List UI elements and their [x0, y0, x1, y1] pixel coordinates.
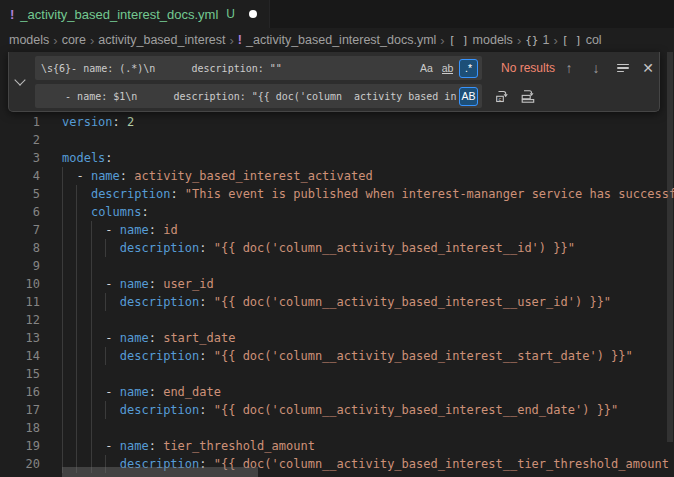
indent-guide — [62, 383, 63, 401]
indent-guide — [76, 401, 77, 419]
tab-active-yaml-file[interactable]: ! _activity_based_interest_docs.yml U — [0, 0, 270, 28]
code-line[interactable]: 19 - name: tier_threshold_amount — [0, 437, 674, 455]
tab-bar: ! _activity_based_interest_docs.yml U — [0, 0, 674, 28]
code-text: version: 2 — [62, 113, 134, 131]
next-match-button[interactable]: ↓ — [585, 57, 607, 79]
close-find-button[interactable]: ✕ — [637, 57, 659, 79]
code-line[interactable]: 10 - name: user_id — [0, 275, 674, 293]
indent-guide — [76, 329, 77, 347]
indent-guide — [91, 383, 92, 401]
find-in-selection-button[interactable] — [612, 57, 634, 79]
indent-guide — [91, 293, 92, 311]
code-line[interactable]: 5 description: "This event is published … — [0, 185, 674, 203]
code-text: - name: end_date — [62, 383, 221, 401]
code-line[interactable]: 13 - name: start_date — [0, 329, 674, 347]
find-replace-widget: \s{6}- name: (.*)\n description: "" Aa a… — [8, 52, 660, 112]
code-line[interactable]: 17 description: "{{ doc('column__activit… — [0, 401, 674, 419]
line-number: 13 — [0, 329, 40, 347]
line-number: 1 — [0, 113, 40, 131]
indent-guide — [62, 329, 63, 347]
match-case-toggle[interactable]: Aa — [417, 59, 436, 78]
find-input[interactable]: \s{6}- name: (.*)\n description: "" Aa a… — [35, 56, 482, 80]
line-number: 14 — [0, 347, 40, 365]
find-results-count: No results — [501, 56, 555, 80]
code-line[interactable]: 14 description: "{{ doc('column__activit… — [0, 347, 674, 365]
code-text: description: "{{ doc('column__activity_b… — [62, 347, 633, 365]
breadcrumb-item--activity-based-interest-docs-yml[interactable]: !_activity_based_interest_docs.yml — [238, 33, 437, 47]
code-line[interactable]: 15 — [0, 365, 674, 383]
indent-guide — [91, 365, 92, 383]
previous-match-button[interactable]: ↑ — [558, 57, 580, 79]
breadcrumb-item-core[interactable]: core — [62, 33, 86, 47]
replace-all-button[interactable] — [517, 85, 539, 107]
replace-input[interactable]: - name: $1\n description: "{{ doc('colum… — [35, 84, 482, 108]
code-text: description: "{{ doc('column__activity_b… — [62, 401, 618, 419]
find-row: \s{6}- name: (.*)\n description: "" Aa a… — [35, 56, 482, 80]
indent-guide — [62, 437, 63, 455]
indent-guide — [91, 401, 92, 419]
code-line[interactable]: 11 description: "{{ doc('column__activit… — [0, 293, 674, 311]
indent-guide — [62, 257, 63, 275]
indent-guide — [62, 167, 63, 185]
replace-button[interactable]: c — [491, 85, 513, 107]
breadcrumb-label: _activity_based_interest_docs.yml — [246, 33, 436, 47]
code-text: - name: activity_based_interest_activate… — [62, 167, 373, 185]
indent-guide — [91, 275, 92, 293]
indent-guide — [105, 293, 106, 311]
indent-guide — [105, 347, 106, 365]
code-line[interactable]: 18 — [0, 419, 674, 437]
indent-guide — [62, 311, 63, 329]
breadcrumb-item-1[interactable]: {}1 — [525, 33, 549, 47]
chevron-down-icon — [14, 74, 25, 85]
line-number: 11 — [0, 293, 40, 311]
replace-all-icon — [520, 88, 536, 104]
indent-guide — [91, 257, 92, 275]
line-number: 18 — [0, 419, 40, 437]
indent-guide — [76, 311, 77, 329]
code-editor[interactable]: 1version: 223models:4 - name: activity_b… — [0, 113, 674, 473]
toggle-replace-button[interactable] — [9, 52, 31, 111]
symbol-array-icon: [ ] — [562, 34, 582, 47]
breadcrumb-item-models[interactable]: models — [9, 33, 49, 47]
code-line[interactable]: 12 — [0, 311, 674, 329]
code-line[interactable]: 4 - name: activity_based_interest_activa… — [0, 167, 674, 185]
breadcrumb-item-col[interactable]: [ ]col — [562, 33, 602, 47]
code-text: - name: start_date — [62, 329, 235, 347]
code-line[interactable]: 2 — [0, 131, 674, 149]
breadcrumb-separator-icon: › — [229, 33, 233, 48]
find-in-selection-icon — [617, 64, 629, 73]
code-text: description: "{{ doc('column__activity_b… — [62, 293, 611, 311]
line-number: 19 — [0, 437, 40, 455]
indent-guide — [62, 221, 63, 239]
symbol-object-icon: {} — [525, 34, 538, 47]
line-number: 12 — [0, 311, 40, 329]
code-line[interactable]: 3models: — [0, 149, 674, 167]
code-line[interactable]: 1version: 2 — [0, 113, 674, 131]
code-line[interactable]: 7 - name: id — [0, 221, 674, 239]
indent-guide — [62, 275, 63, 293]
match-case-icon: Aa — [420, 62, 433, 74]
breadcrumb-item-activity-based-interest[interactable]: activity_based_interest — [98, 33, 225, 47]
indent-guide — [91, 347, 92, 365]
horizontal-scrollbar[interactable] — [62, 467, 258, 477]
code-line[interactable]: 9 — [0, 257, 674, 275]
breadcrumb-item-models[interactable]: [ ]models — [449, 33, 513, 47]
regex-toggle[interactable]: .* — [459, 59, 478, 78]
indent-guide — [76, 347, 77, 365]
code-text: description: "{{ doc('column__activity_b… — [62, 239, 575, 257]
whole-word-toggle[interactable]: ab — [438, 59, 457, 78]
code-line[interactable]: 6 columns: — [0, 203, 674, 221]
indent-guide — [62, 401, 63, 419]
indent-guide — [91, 419, 92, 437]
breadcrumb-separator-icon: › — [517, 33, 521, 48]
indent-guide — [91, 311, 92, 329]
code-text: - name: user_id — [62, 275, 214, 293]
modified-dot-icon[interactable] — [249, 10, 257, 18]
vertical-scrollbar[interactable] — [667, 52, 673, 442]
indent-guide — [91, 437, 92, 455]
preserve-case-icon: AB — [461, 90, 475, 102]
code-line[interactable]: 16 - name: end_date — [0, 383, 674, 401]
arrow-down-icon: ↓ — [593, 60, 600, 76]
code-line[interactable]: 8 description: "{{ doc('column__activity… — [0, 239, 674, 257]
preserve-case-toggle[interactable]: AB — [459, 87, 478, 106]
